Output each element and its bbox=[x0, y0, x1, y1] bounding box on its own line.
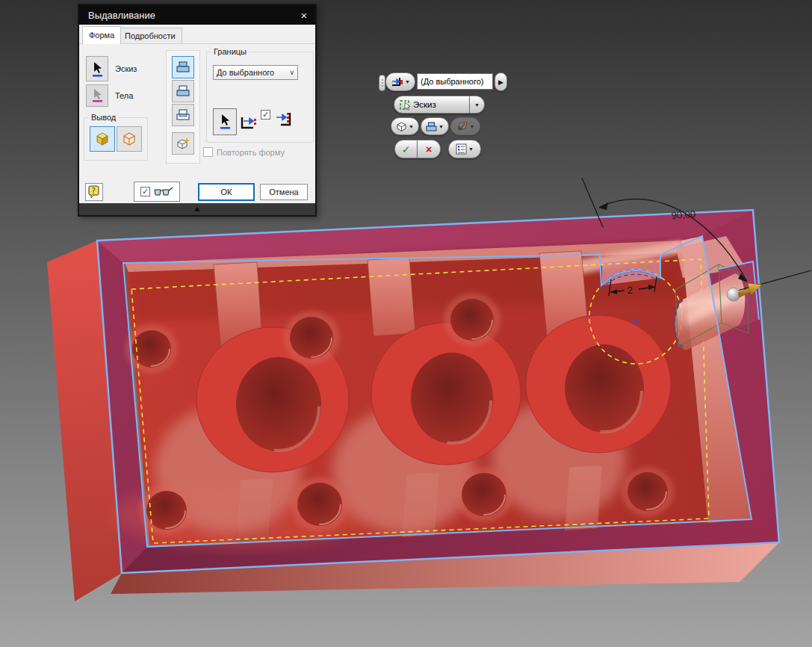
boolean-intersect-icon bbox=[176, 109, 190, 121]
manipulator-sphere[interactable] bbox=[727, 288, 740, 301]
help-button[interactable]: ? bbox=[85, 183, 103, 201]
output-surface-button[interactable] bbox=[117, 126, 142, 152]
flyout-right-icon: ▶ bbox=[498, 78, 503, 86]
solid-cube-icon bbox=[94, 131, 111, 147]
extents-dropdown[interactable]: До выбранного ∨ bbox=[213, 65, 298, 80]
dialog-titlebar[interactable]: Выдавливание × bbox=[79, 5, 315, 25]
expand-up-icon: ▲ bbox=[193, 204, 202, 213]
mini-taper-button: ▼ bbox=[450, 117, 480, 135]
dropdown-icon: ▼ bbox=[470, 124, 475, 129]
confirm-icon: ✓ bbox=[402, 143, 411, 155]
boolean-intersect-button[interactable] bbox=[172, 104, 194, 126]
wireframe-cube-icon bbox=[121, 131, 137, 147]
cancel-button[interactable]: Отмена bbox=[260, 184, 308, 200]
dropdown-icon: ▼ bbox=[405, 79, 410, 84]
glasses-icon bbox=[154, 187, 173, 197]
app-root: { "window": { "title": "Выдавливание" },… bbox=[0, 0, 812, 647]
extent-checkbox[interactable] bbox=[261, 110, 270, 120]
boolean-cut-icon bbox=[176, 85, 190, 97]
select-sketch-button[interactable] bbox=[86, 56, 108, 81]
dropdown-icon: ▼ bbox=[438, 124, 444, 129]
extents-select-face-button[interactable] bbox=[213, 108, 237, 135]
mini-cancel-button[interactable]: × bbox=[418, 140, 441, 158]
preview-toggle[interactable] bbox=[134, 182, 180, 202]
width-dimension-value: 2 bbox=[627, 285, 633, 296]
ok-button[interactable]: ОК bbox=[198, 183, 255, 201]
dialog-title: Выдавливание bbox=[88, 10, 155, 21]
extents-dropdown-value: До выбранного bbox=[217, 68, 274, 77]
mini-apply-button[interactable]: ✓ bbox=[394, 140, 418, 158]
mini-sketch-selector[interactable]: Эскиз bbox=[394, 96, 470, 114]
mini-output-button[interactable]: ▼ bbox=[391, 117, 419, 135]
sketch-label: Эскиз bbox=[115, 64, 137, 73]
match-shape-label: Повторять форму bbox=[217, 148, 285, 157]
mini-options-button[interactable]: ▼ bbox=[448, 140, 481, 158]
chevron-down-icon: ∨ bbox=[289, 69, 294, 76]
mini-toolbar-grip[interactable] bbox=[379, 75, 385, 91]
dropdown-icon: ▼ bbox=[468, 146, 474, 152]
cursor-extent-icon bbox=[218, 113, 232, 131]
dropdown-icon: ▼ bbox=[474, 102, 480, 108]
cursor-solids-icon bbox=[90, 88, 104, 103]
mini-flyout-button[interactable]: ▶ bbox=[495, 72, 507, 91]
boolean-join-button[interactable] bbox=[172, 56, 194, 78]
extent-to-face-icon[interactable] bbox=[240, 113, 259, 131]
boolean-join-icon bbox=[426, 122, 437, 131]
mini-extents-value: (До выбранного) bbox=[421, 77, 484, 86]
preview-checkbox[interactable] bbox=[140, 187, 150, 196]
solids-label: Тела bbox=[115, 91, 133, 100]
tab-shape[interactable]: Форма bbox=[82, 26, 121, 44]
taper-icon bbox=[456, 121, 468, 132]
new-solid-button[interactable] bbox=[172, 132, 194, 155]
mini-extents-value-field[interactable]: (До выбранного) bbox=[417, 73, 493, 90]
output-group-label: Вывод bbox=[89, 113, 118, 122]
close-icon[interactable]: × bbox=[293, 9, 315, 22]
cursor-sketch-icon bbox=[90, 61, 104, 77]
select-solids-button[interactable] bbox=[86, 84, 108, 107]
dialog-expander[interactable]: ▲ bbox=[79, 203, 315, 215]
extrude-dialog: Выдавливание × Форма Подробности Эскиз Т… bbox=[78, 4, 317, 217]
mini-boolean-button[interactable]: ▼ bbox=[421, 117, 449, 135]
extents-group-label: Границы bbox=[211, 47, 249, 56]
help-icon: ? bbox=[88, 185, 100, 199]
angle-dimension-value: 90,00 bbox=[671, 208, 696, 221]
cube-outline-icon bbox=[396, 121, 407, 132]
tab-details[interactable]: Подробности bbox=[118, 28, 182, 43]
dialog-tabs: Форма Подробности bbox=[79, 25, 315, 44]
output-solid-button[interactable] bbox=[90, 126, 115, 152]
options-list-icon bbox=[456, 143, 467, 155]
extent-terminate-icon[interactable] bbox=[275, 111, 296, 129]
sketch-center-point[interactable] bbox=[633, 321, 637, 324]
boolean-join-icon bbox=[176, 61, 190, 73]
dropdown-icon: ▼ bbox=[409, 124, 414, 129]
match-shape-checkbox[interactable] bbox=[203, 147, 213, 157]
model-tubes[interactable] bbox=[196, 315, 671, 472]
mini-extents-mode-button[interactable]: ▼ bbox=[385, 72, 415, 91]
new-solid-icon bbox=[176, 136, 190, 151]
cancel-x-icon: × bbox=[426, 143, 432, 155]
svg-text:?: ? bbox=[92, 187, 96, 195]
sketch-select-icon bbox=[400, 99, 412, 111]
extent-to-icon bbox=[391, 76, 403, 88]
mini-sketch-label: Эскиз bbox=[413, 100, 436, 109]
boolean-cut-button[interactable] bbox=[172, 80, 194, 102]
